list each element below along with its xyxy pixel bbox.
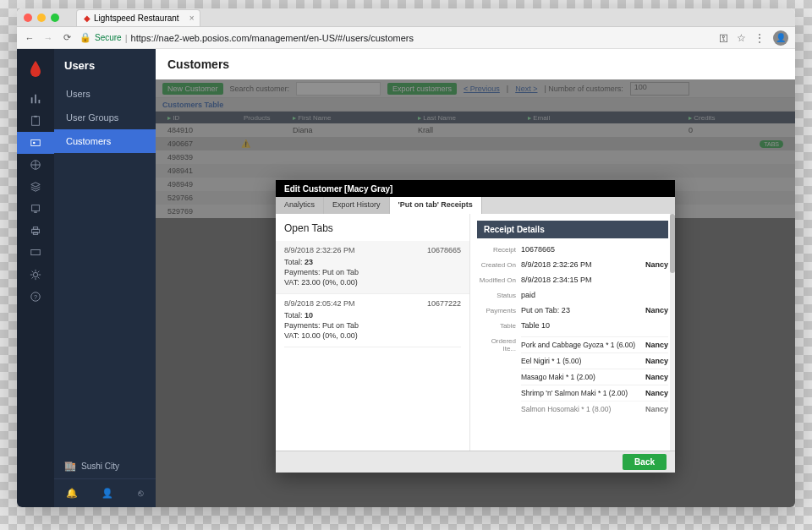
window-titlebar: ◆ Lightspeed Restaurant × <box>17 8 795 27</box>
tab-analytics[interactable]: Analytics <box>276 197 324 214</box>
nav-layers-icon[interactable] <box>17 176 54 198</box>
menu-icon[interactable]: ⋮ <box>754 32 765 44</box>
modal-tabs: Analytics Export History 'Put on tab' Re… <box>276 197 675 214</box>
sidebar-wide: Users Users User Groups Customers 🏬 Sush… <box>54 49 156 507</box>
close-window-icon[interactable] <box>24 14 32 22</box>
svg-point-3 <box>33 142 36 145</box>
reload-icon[interactable]: ⟳ <box>61 32 73 44</box>
open-tabs-panel: Open Tabs 8/9/2018 2:32:26 PM10678665 To… <box>276 214 470 451</box>
nav-clipboard-icon[interactable] <box>17 110 54 132</box>
modal-title: Edit Customer [Macy Gray] <box>276 180 675 197</box>
sidebar-item-users[interactable]: Users <box>54 82 156 106</box>
nav-globe-icon[interactable] <box>17 154 54 176</box>
svg-rect-6 <box>34 212 37 213</box>
nav-users-icon[interactable] <box>17 132 54 154</box>
sidebar-title: Users <box>54 49 156 82</box>
app-root: ? Users Users User Groups Customers 🏬 Su… <box>17 49 795 507</box>
nav-help-icon[interactable]: ? <box>17 286 54 308</box>
notifications-icon[interactable]: 🔔 <box>66 488 78 499</box>
detail-created-on: 8/9/2018 2:32:26 PM <box>521 260 645 269</box>
modal-footer: Back <box>276 451 675 473</box>
back-icon[interactable]: ← <box>24 32 36 44</box>
maximize-window-icon[interactable] <box>51 14 59 22</box>
svg-rect-8 <box>33 227 37 230</box>
nav-gear-icon[interactable] <box>17 264 54 286</box>
account-icon[interactable]: 👤 <box>102 488 113 499</box>
nav-display-icon[interactable] <box>17 242 54 264</box>
app-logo-icon <box>25 59 46 79</box>
nav-device-icon[interactable] <box>17 198 54 220</box>
receipt-time: 8/9/2018 2:32:26 PM <box>284 246 355 254</box>
browser-tabbar: ◆ Lightspeed Restaurant × <box>76 8 200 27</box>
minimize-window-icon[interactable] <box>37 14 46 22</box>
secure-label: Secure <box>95 33 122 42</box>
sidebar-item-customers[interactable]: Customers <box>54 129 156 153</box>
address-bar: ← → ⟳ 🔒 Secure | https://nae2-web.posios… <box>17 27 795 49</box>
svg-rect-1 <box>34 116 37 117</box>
detail-payments: Put on Tab: 23 <box>521 306 645 314</box>
page-header: Customers <box>156 49 795 79</box>
browser-window: ◆ Lightspeed Restaurant × ← → ⟳ 🔒 Secure… <box>17 8 795 507</box>
url-separator: | <box>125 33 128 43</box>
browser-tab-title: Lightspeed Restaurant <box>94 14 179 23</box>
logout-icon[interactable]: ⎋ <box>138 488 144 499</box>
tab-export-history[interactable]: Export History <box>324 197 390 214</box>
nav-analytics-icon[interactable] <box>17 88 54 110</box>
page-title: Customers <box>167 57 783 71</box>
svg-rect-10 <box>31 250 41 255</box>
lock-icon: 🔒 <box>80 32 91 43</box>
detail-created-by: Nancy <box>645 260 668 269</box>
tab-put-on-tab-receipts[interactable]: 'Put on tab' Receipts <box>390 197 482 214</box>
detail-modified-on: 8/9/2018 2:34:15 PM <box>521 276 668 284</box>
profile-avatar-icon[interactable]: 👤 <box>773 30 788 46</box>
sidebar-bottom-icons: 🔔 👤 ⎋ <box>54 478 156 507</box>
key-icon[interactable]: ⚿ <box>719 33 728 43</box>
receipt-item[interactable]: 8/9/2018 2:05:42 PM10677222 Total: 10 Pa… <box>284 294 461 347</box>
receipt-details-panel: Receipt Details Receipt10678665 Created … <box>470 214 675 451</box>
nav-printer-icon[interactable] <box>17 220 54 242</box>
ordered-item: Salmon Hosomaki * 1 (8.00)Nancy <box>521 401 668 417</box>
receipt-id: 10677222 <box>427 299 461 308</box>
ordered-item: Eel Nigiri * 1 (5.00)Nancy <box>521 352 668 369</box>
ordered-items-list: Pork and Cabbage Gyoza * 1 (6.00)Nancy E… <box>521 336 668 417</box>
svg-rect-2 <box>31 140 41 146</box>
receipt-id: 10678665 <box>427 246 461 254</box>
receipt-time: 8/9/2018 2:05:42 PM <box>284 299 355 308</box>
ordered-item: Pork and Cabbage Gyoza * 1 (6.00)Nancy <box>521 336 668 352</box>
edit-customer-modal: Edit Customer [Macy Gray] Analytics Expo… <box>276 180 675 473</box>
back-button[interactable]: Back <box>623 454 667 470</box>
url-text: https://nae2-web.posios.com/management/e… <box>131 33 414 43</box>
bookmark-icon[interactable]: ☆ <box>737 32 746 44</box>
svg-rect-0 <box>32 117 40 126</box>
browser-tab[interactable]: ◆ Lightspeed Restaurant × <box>76 9 200 26</box>
store-icon: 🏬 <box>64 461 76 472</box>
svg-point-11 <box>33 272 37 276</box>
receipt-item[interactable]: 8/9/2018 2:32:26 PM10678665 Total: 23 Pa… <box>276 241 469 294</box>
svg-rect-5 <box>32 205 40 211</box>
receipt-details-head: Receipt Details <box>477 221 668 238</box>
url-box[interactable]: 🔒 Secure | https://nae2-web.posios.com/m… <box>80 32 712 43</box>
detail-receipt-id: 10678665 <box>521 245 668 254</box>
sidebar-item-user-groups[interactable]: User Groups <box>54 106 156 129</box>
svg-text:?: ? <box>34 294 37 300</box>
forward-icon[interactable]: → <box>42 32 54 44</box>
sidebar-store[interactable]: 🏬 Sushi City <box>54 454 156 478</box>
ordered-item: Masago Maki * 1 (2.00)Nancy <box>521 369 668 385</box>
modal-body: Open Tabs 8/9/2018 2:32:26 PM10678665 To… <box>276 214 675 451</box>
ordered-item: Shrimp 'n' Salmon Maki * 1 (2.00)Nancy <box>521 385 668 401</box>
detail-table: Table 10 <box>521 321 668 330</box>
sidebar-narrow: ? <box>17 49 54 507</box>
close-tab-icon[interactable]: × <box>189 14 195 23</box>
store-name: Sushi City <box>81 462 119 471</box>
details-scrollbar-thumb[interactable] <box>670 214 675 273</box>
open-tabs-title: Open Tabs <box>284 221 461 241</box>
lightspeed-icon: ◆ <box>84 14 91 23</box>
detail-status: paid <box>521 291 668 299</box>
addrbar-right-icons: ⚿ ☆ ⋮ 👤 <box>719 30 788 46</box>
